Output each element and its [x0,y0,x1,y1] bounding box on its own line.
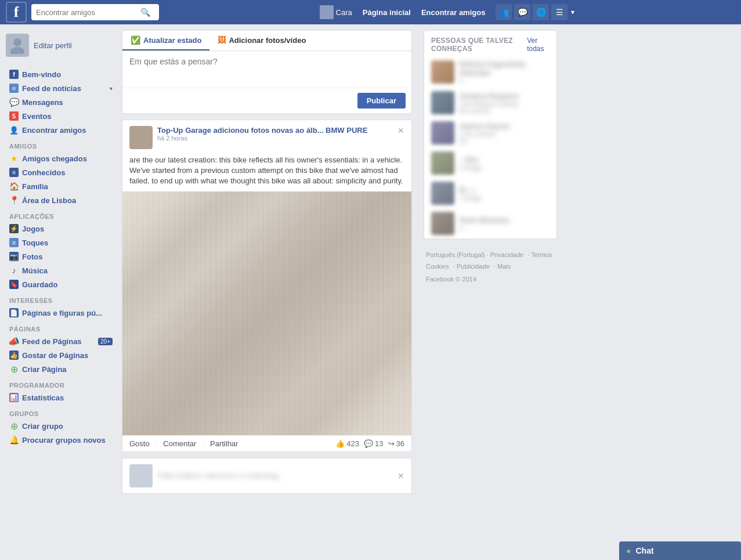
sidebar-item-criar-pagina[interactable]: ⊕ Criar Página [6,362,116,376]
footer-link-privacy[interactable]: Privacidade [490,251,523,258]
nav-icons: 👥 💬 🌐 ☰ ▾ [496,4,574,20]
sidebar-item-eventos[interactable]: 5 Eventos [6,109,116,123]
user-info: Cara [320,5,352,19]
section-amigos-title: AMIGOS [6,137,116,151]
footer-link-terms[interactable]: Termos [531,251,552,258]
post-author[interactable]: Top-Up Garage adicionou fotos novas ao á… [157,126,393,135]
sidebar-item-conhecidos[interactable]: ≡ Conhecidos [6,165,116,179]
preview-close-button[interactable]: ✕ [397,471,404,480]
post-textarea[interactable] [122,51,411,86]
sidebar-item-encontrar-amigos[interactable]: 👤 Encontrar amigos [6,123,116,137]
post-avatar [129,126,153,149]
sidebar-item-criar-grupo[interactable]: ⊕ Criar grupo [6,419,116,433]
sidebar-item-bem-vindo[interactable]: f Bem-vindo [6,67,116,81]
tab-update-status[interactable]: ✅ Atualizar estado [122,31,209,50]
section-paginas-title: PÁGINAS [6,320,116,334]
tab-add-photo[interactable]: 🖼 Adicionar fotos/vídeo [209,31,314,50]
likes-stat: 👍 423 [335,439,359,448]
people-item-6[interactable]: Tené Silvestre 2... [424,208,556,239]
sidebar-item-amigos-chegados[interactable]: ★ Amigos chegados [6,151,116,165]
sidebar-item-label: Conhecidos [22,168,65,177]
like-button[interactable]: Gosto [129,439,150,448]
user-name[interactable]: Cara [336,8,352,17]
people-sub-5: 1 amigo [459,194,550,201]
sidebar-item-jogos[interactable]: ⚡ Jogos [6,222,116,236]
people-avatar-2 [431,91,454,114]
footer-link-lang[interactable]: Português (Portugal) [426,251,485,258]
footer-link-cookies[interactable]: Cookies [426,263,449,270]
sidebar-item-label: Eventos [22,112,52,121]
sidebar-item-gostar-paginas[interactable]: 👍 Gostar de Páginas [6,348,116,362]
status-tab-icon: ✅ [131,35,140,45]
settings-icon[interactable]: ☰ [551,4,568,20]
people-item-4[interactable]: ...llho 1 amigo [424,148,556,178]
post-close-button[interactable]: ✕ [397,126,404,135]
sidebar-item-mensagens[interactable]: 💬 Mensagens [6,95,116,109]
sidebar-item-guardado[interactable]: 🔖 Guardado [6,277,116,291]
procurar-grupos-icon: 🔔 [9,435,19,445]
feed-post-2-preview: Fábio Edilson adicionou o underdog... ✕ [122,458,412,494]
see-all-link[interactable]: Ver todas [527,37,550,53]
share-button[interactable]: Partilhar [210,439,238,448]
edit-profile-link[interactable]: Editar perfil [34,41,72,50]
sidebar-item-fotos[interactable]: 📷 Fotos [6,250,116,263]
people-item-3[interactable]: Janina Vianno o em comum Zo... [424,118,556,148]
facebook-logo[interactable]: f [6,2,27,23]
preview-avatar [129,464,153,487]
messages-icon[interactable]: 💬 [514,4,530,20]
sidebar-item-label: Criar grupo [22,422,63,431]
sidebar-item-label: Procurar grupos novos [22,436,106,445]
search-icon[interactable]: 🔍 [140,8,150,17]
footer-link-advertising[interactable]: Publicidade [457,263,490,270]
comment-button[interactable]: Comentar [163,439,196,448]
people-name-4: ...llho [459,156,550,164]
gostar-paginas-icon: 👍 [9,351,19,360]
publish-button[interactable]: Publicar [357,93,406,109]
profile-section: Editar perfil [6,30,116,60]
notifications-icon[interactable]: 🌐 [533,4,549,20]
sidebar-item-paginas-figuras[interactable]: 📄 Páginas e figuras pú... [6,306,116,320]
post-text: are the our latest creation: this bike r… [122,155,411,192]
nav-home-link[interactable]: Página inicial [359,8,414,17]
sidebar-item-feed-noticias[interactable]: ≡ Feed de notícias ▾ [6,81,116,95]
sidebar-item-area-lisboa[interactable]: 📍 Área de Lisboa [6,193,116,207]
sidebar-item-musica[interactable]: ♪ Música [6,263,116,277]
dropdown-arrow[interactable]: ▾ [571,8,574,16]
sidebar-item-toques[interactable]: ≡ Toques [6,236,116,250]
dropdown-arrow-icon: ▾ [110,85,113,92]
toques-icon: ≡ [9,238,19,247]
search-input[interactable] [36,8,140,17]
footer-links: Português (Portugal) · Privacidade · Ter… [424,245,557,290]
mensagens-icon: 💬 [9,97,19,107]
chat-bar[interactable]: ● Chat [619,541,741,560]
sidebar-item-feed-paginas[interactable]: 📣 Feed de Páginas 20+ [6,334,116,348]
people-item-2[interactable]: Jondua Pasques Luís Dequero Garcia em co… [424,88,556,118]
footer-link-more[interactable]: Mais [497,263,511,270]
left-sidebar: Editar perfil f Bem-vindo ≡ Feed de notí… [0,24,116,560]
sidebar-item-procurar-grupos[interactable]: 🔔 Procurar grupos novos [6,433,116,447]
jogos-icon: ⚡ [9,224,19,233]
people-info-2: Jondua Pasques Luís Dequero Garcia em co… [459,92,550,114]
people-avatar-4 [431,151,454,175]
people-sub-3b: Zo... [459,138,550,144]
people-avatar-5 [431,182,454,205]
preview-text: Fábio Edilson adicionou o underdog... [157,471,393,480]
sidebar-item-familia[interactable]: 🏠 Família [6,179,116,193]
people-sub-6: 2... [459,225,550,232]
sidebar-item-estatisticas[interactable]: 📊 Estatísticas [6,391,116,404]
section-grupos-title: GRUPOS [6,404,116,419]
people-item-1[interactable]: Helena Cegonhota Adeneke 1... [424,56,556,88]
people-item-5[interactable]: El...l 1 amigo [424,178,556,208]
encontrar-amigos-icon: 👤 [9,125,19,135]
people-avatar-3 [431,121,454,144]
comment-icon: 💬 [364,439,373,448]
nav-find-friends-link[interactable]: Encontrar amigos [418,8,489,17]
sidebar-item-label: Guardado [22,280,57,289]
friend-requests-icon[interactable]: 👥 [496,4,512,20]
sidebar-item-label: Área de Lisboa [22,196,76,205]
right-sidebar: PESSOAS QUE TALVEZ CONHEÇAS Ver todas He… [418,24,563,560]
people-name-1: Helena Cegonhota Adeneke [459,60,550,77]
criar-pagina-icon: ⊕ [9,364,19,374]
separator: · [156,439,158,448]
people-info-1: Helena Cegonhota Adeneke 1... [459,60,550,84]
